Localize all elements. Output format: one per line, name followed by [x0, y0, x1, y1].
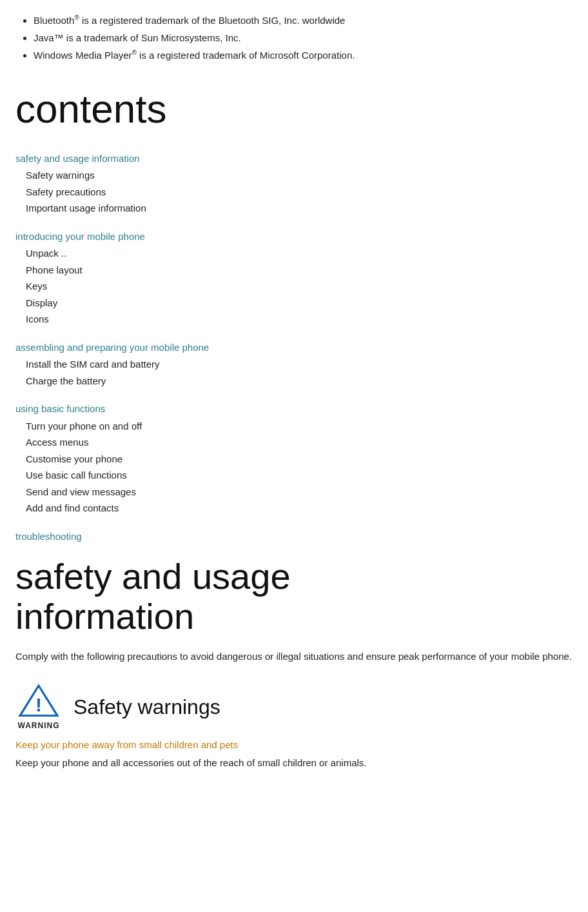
toc-section-safety: safety and usage information Safety warn… [15, 152, 573, 217]
toc-category-label[interactable]: introducing your mobile phone [15, 230, 573, 244]
toc-item[interactable]: Keys [15, 278, 573, 295]
toc-item[interactable]: Use basic call functions [15, 467, 573, 484]
toc-section-introducing: introducing your mobile phone Unpack .. … [15, 230, 573, 328]
trademark-text: Java™ is a trademark of Sun Microsystems… [34, 32, 241, 43]
table-of-contents: safety and usage information Safety warn… [15, 152, 573, 544]
safety-section-heading: safety and usage information [15, 557, 573, 636]
toc-item[interactable]: Install the SIM card and battery [15, 356, 573, 373]
trademark-item-windows: Windows Media Player® is a registered tr… [34, 48, 573, 63]
toc-item[interactable]: Display [15, 295, 573, 312]
toc-item[interactable]: Send and view messages [15, 484, 573, 501]
toc-item[interactable]: Phone layout [15, 262, 573, 279]
toc-item[interactable]: Safety precautions [15, 184, 573, 201]
warning-title-text: Safety warnings [74, 691, 220, 722]
trademark-list: Bluetooth® is a registered trademark of … [15, 13, 573, 63]
toc-category-label[interactable]: assembling and preparing your mobile pho… [15, 341, 573, 355]
trademark-text: Windows Media Player® is a registered tr… [34, 50, 355, 61]
toc-category-label[interactable]: troubleshooting [15, 530, 573, 544]
warning-body-text: Keep your phone and all accessories out … [15, 755, 573, 771]
contents-heading: contents [15, 79, 573, 139]
toc-item[interactable]: Unpack .. [15, 245, 573, 262]
trademark-text: Bluetooth® is a registered trademark of … [34, 15, 345, 26]
warning-triangle-icon: ! [18, 682, 59, 719]
toc-section-assembling: assembling and preparing your mobile pho… [15, 341, 573, 390]
toc-item[interactable]: Important usage information [15, 200, 573, 217]
toc-item[interactable]: Customise your phone [15, 451, 573, 468]
warning-icon-wrap: ! WARNING [15, 682, 62, 731]
warning-label-text: WARNING [18, 720, 60, 731]
safety-intro-text: Comply with the following precautions to… [15, 649, 573, 664]
toc-item[interactable]: Add and find contacts [15, 500, 573, 517]
toc-item[interactable]: Access menus [15, 434, 573, 451]
warning-block: ! WARNING Safety warnings [15, 682, 573, 731]
toc-section-using: using basic functions Turn your phone on… [15, 402, 573, 517]
toc-item[interactable]: Safety warnings [15, 167, 573, 184]
toc-item[interactable]: Charge the battery [15, 373, 573, 390]
toc-item[interactable]: Icons [15, 311, 573, 328]
trademark-item-bluetooth: Bluetooth® is a registered trademark of … [34, 13, 573, 28]
trademark-item-java: Java™ is a trademark of Sun Microsystems… [34, 31, 573, 46]
svg-text:!: ! [35, 694, 42, 715]
warning-subtitle: Keep your phone away from small children… [15, 738, 573, 753]
toc-category-label[interactable]: safety and usage information [15, 152, 573, 166]
toc-section-troubleshooting: troubleshooting [15, 530, 573, 544]
toc-item[interactable]: Turn your phone on and off [15, 418, 573, 435]
toc-category-label[interactable]: using basic functions [15, 402, 573, 417]
